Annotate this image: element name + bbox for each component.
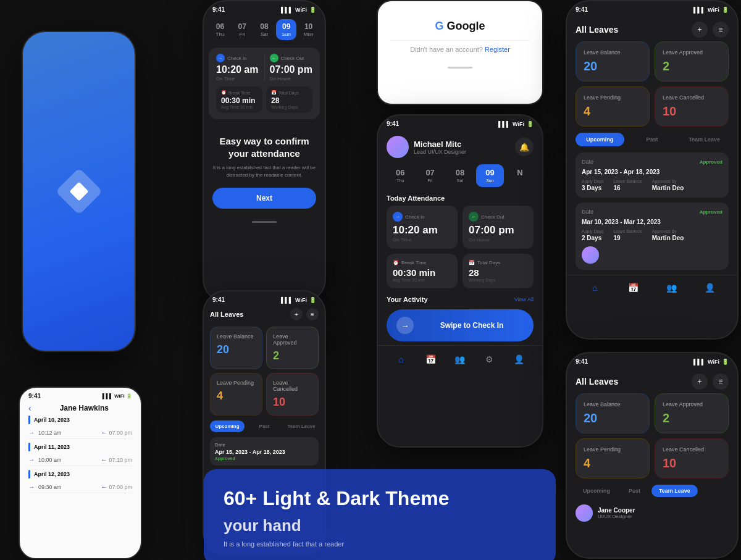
attend-status-time: 9:41 — [387, 120, 399, 127]
hist-checkin-2: 09:30 am — [38, 484, 97, 490]
lb2-filter-btn[interactable]: ≡ — [713, 374, 729, 390]
lb-nav-home[interactable]: ⌂ — [587, 280, 602, 295]
lb-tab-team-leave[interactable]: Team Leave — [680, 133, 729, 146]
day-sun-active[interactable]: 09Sun — [276, 19, 296, 40]
hist-checkout-1: ← 07:10 pm — [101, 456, 132, 463]
phone-leave-big-screen: 9:41 ▌▌▌WiFi🔋 All Leaves + ≡ Leave Balan… — [566, 0, 739, 340]
balance-title: Leave Balance — [217, 333, 256, 340]
checkin-icon-1: → — [28, 456, 35, 463]
ci-divider — [264, 54, 265, 81]
lb-tab-past[interactable]: Past — [628, 133, 677, 146]
attend-day-n[interactable]: N — [506, 164, 534, 187]
hist-row-2: → 09:30 am ← 07:00 pm — [28, 481, 132, 493]
checkin-icon-0: → — [28, 429, 35, 436]
attend-day-sat[interactable]: 08Sat — [446, 164, 474, 187]
ac-checkout-time: 07:00 pm — [469, 224, 527, 236]
attend-day-thu[interactable]: 06Thu — [387, 164, 414, 187]
leave-status-icons: ▌▌▌WiFi🔋 — [281, 297, 316, 303]
notification-bell[interactable]: 🔔 — [515, 138, 534, 156]
leave-status-time: 9:41 — [212, 296, 225, 303]
lb-tab-upcoming[interactable]: Upcoming — [576, 133, 624, 146]
onboard-desc: It is a long established fact that a rea… — [212, 164, 316, 179]
wifi-icon: WiFi — [295, 7, 307, 13]
lb-filter-btn[interactable]: ≡ — [713, 22, 729, 38]
filter-btn[interactable]: ≡ — [306, 308, 319, 320]
ac-checkout-label: Check Out — [481, 214, 504, 220]
lb-nav-team[interactable]: 👥 — [664, 280, 679, 295]
day-sat[interactable]: 08Sat — [254, 19, 275, 40]
day-fri[interactable]: 07Fri — [232, 19, 253, 40]
nav-calendar-icon[interactable]: 📅 — [423, 352, 438, 367]
lb-nav-profile[interactable]: 👤 — [702, 280, 717, 295]
swipe-checkin-button[interactable]: → Swipe to Check In — [387, 309, 534, 341]
lli-date-1: Mar 10, 2023 - Mar 12, 2023 — [582, 219, 722, 225]
astat-total-sub: Working Days — [469, 278, 527, 282]
nav-team-icon[interactable]: 👥 — [453, 352, 467, 367]
lli-date-0: Apr 15, 2023 - Apr 18, 2023 — [582, 169, 722, 175]
back-button[interactable]: ‹ — [28, 403, 31, 413]
hist-checkout-0: ← 07:00 pm — [101, 429, 132, 436]
register-link[interactable]: Register — [485, 46, 510, 53]
checkout-sub: Go Home — [270, 76, 313, 81]
checkin-label: Check In — [227, 56, 247, 61]
lb-pending-card: Leave Pending 4 — [576, 86, 650, 127]
lb2-status-bar: 9:41 ▌▌▌WiFi🔋 — [567, 353, 737, 367]
tab-team-leave[interactable]: Team Leave — [284, 420, 319, 432]
lb-status-time: 9:41 — [576, 6, 588, 13]
tab-upcoming[interactable]: Upcoming — [210, 420, 245, 432]
lli-row-1: Apply Days 2 Days Leave Balance 19 Appro… — [582, 229, 722, 241]
promo-overlay: 60+ Light & Dark Theme your hand It is a… — [204, 469, 556, 560]
lb-cancelled-title: Leave Cancelled — [663, 94, 721, 101]
attend-nav: ⌂ 📅 👥 ⚙ 👤 — [378, 345, 542, 370]
attend-cards: →Check In 10:20 am On Time ←Check Out 07… — [378, 206, 542, 249]
martin-avatar[interactable] — [582, 246, 599, 264]
day-mon[interactable]: 10Mon — [298, 19, 319, 40]
tab-past[interactable]: Past — [247, 420, 282, 432]
nav-settings-icon[interactable]: ⚙ — [482, 352, 497, 367]
lb2-tab-row: Upcoming Past Team Leave — [567, 485, 737, 501]
view-all-link[interactable]: View All — [514, 296, 534, 303]
total-val: 28 — [271, 96, 308, 105]
lli-approved-by-0: Approved By Martin Deo — [652, 179, 684, 191]
lb-cards-grid: Leave Balance 20 Leave Approved 2 Leave … — [567, 41, 737, 133]
status-bar-leave: 9:41 ▌▌▌WiFi🔋 — [204, 291, 325, 306]
lb-tabs: Upcoming Past Team Leave — [567, 133, 737, 153]
approved-val: 2 — [273, 349, 312, 362]
day-thu[interactable]: 06Thu — [210, 19, 230, 40]
lb2-approved-title: Leave Approved — [663, 401, 721, 407]
attend-day-fri[interactable]: 07Fri — [416, 164, 443, 187]
lb-approved-val: 2 — [663, 59, 721, 73]
ac-checkin-label: Check In — [405, 214, 425, 220]
lli-date-lbl-0: Date — [582, 159, 593, 165]
lb-add-btn[interactable]: + — [692, 22, 708, 38]
attend-day-sun[interactable]: 09Sun — [476, 164, 503, 187]
lb2-cards-grid: Leave Balance 20 Leave Approved 2 Leave … — [567, 393, 737, 485]
attend-checkout-card: ←Check Out 07:00 pm Go Home — [463, 206, 534, 249]
lb-header: All Leaves + ≡ — [567, 15, 737, 41]
lb-cancelled-card: Leave Cancelled 10 — [655, 86, 729, 127]
add-leave-btn[interactable]: + — [290, 308, 303, 320]
next-button[interactable]: Next — [212, 188, 316, 209]
nav-profile-icon[interactable]: 👤 — [511, 352, 526, 367]
lb-approved-title: Leave Approved — [663, 49, 721, 56]
lb2-tab-past[interactable]: Past — [621, 485, 648, 497]
checkout-label: Check Out — [281, 56, 304, 61]
lli-apply-days-1: Apply Days 2 Days — [582, 229, 603, 241]
leave-balance-card: Leave Balance 20 — [210, 327, 262, 369]
lb-nav-calendar[interactable]: 📅 — [626, 280, 640, 295]
break-label: ⏰ Break Time — [221, 90, 257, 95]
nav-home-icon[interactable]: ⌂ — [394, 352, 409, 367]
user-name: Michael Mitc — [414, 140, 466, 149]
onboarding-section: Easy way to confirm your attendance It i… — [204, 123, 325, 215]
hist-checkin-1: 10:00 am — [38, 457, 97, 463]
lb2-add-btn[interactable]: + — [692, 374, 708, 390]
lb2-balance-val: 20 — [584, 411, 642, 425]
lb2-tab-team-leave[interactable]: Team Leave — [651, 485, 698, 497]
lb2-cancelled-card: Leave Cancelled 10 — [655, 438, 729, 479]
lb2-pending-card: Leave Pending 4 — [576, 438, 650, 479]
lb2-actions: + ≡ — [692, 374, 729, 390]
hist-row-0: → 10:12 am ← 07:00 pm — [28, 427, 132, 439]
total-box: 📅 Total Days 28 Working Days — [266, 86, 312, 113]
lb2-approved-card: Leave Approved 2 — [655, 393, 729, 433]
lb2-tab-upcoming[interactable]: Upcoming — [576, 485, 618, 497]
